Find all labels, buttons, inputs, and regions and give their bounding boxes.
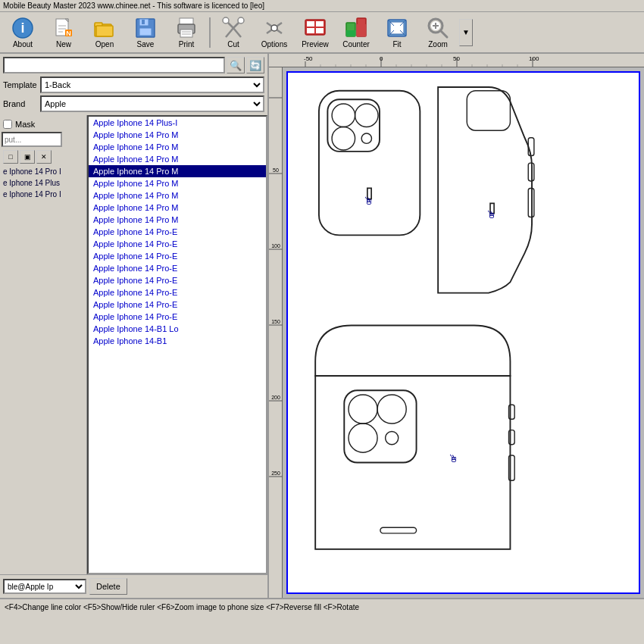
fit-label: Fit (392, 40, 401, 48)
svg-rect-81 (319, 91, 420, 236)
about-button[interactable]: i About (3, 14, 42, 51)
list-item[interactable]: Apple Iphone 14 Pro M (89, 129, 266, 141)
brand-label: Brand (3, 99, 37, 108)
cut-label: Cut (227, 40, 239, 48)
brand-dropdown[interactable]: Apple Samsung (40, 95, 264, 112)
svg-point-100 (386, 432, 399, 445)
left-bottom: ble@Apple Ip Delete (0, 574, 267, 598)
svg-point-99 (349, 424, 377, 452)
search-row: 🔍 🔄 (0, 54, 267, 77)
svg-text:🖱: 🖱 (486, 209, 496, 220)
template-dropdown[interactable]: 1-Back 2-Front 3-Side (40, 77, 264, 93)
status-bar: <F4>Change line color <F5>Show/Hide rule… (0, 598, 644, 614)
svg-text:0: 0 (380, 55, 383, 62)
list-item[interactable]: Apple Iphone 14 Pro-E (89, 238, 266, 250)
svg-text:50: 50 (273, 167, 279, 173)
toolbar-dropdown-btn[interactable]: ▼ (459, 19, 473, 46)
mask-checkbox[interactable] (3, 120, 12, 129)
list-item[interactable]: Apple Iphone 14 Pro-E (89, 226, 266, 238)
svg-text:50: 50 (453, 55, 460, 62)
main-layout: 🔍 🔄 Template 1-Back 2-Front 3-Side Brand… (0, 54, 644, 598)
svg-text:N: N (66, 30, 71, 37)
bottom-dropdown[interactable]: ble@Apple Ip (3, 579, 86, 594)
svg-rect-14 (139, 28, 152, 36)
phone-drawings:  🖱  (288, 73, 639, 592)
zoom-label: Zoom (428, 40, 448, 48)
new-icon: N (52, 16, 76, 40)
canvas-paper:  🖱  (286, 71, 640, 594)
about-icon: i (11, 16, 35, 40)
ruler-left: 0 50 100 150 200 250 (269, 67, 283, 598)
list-item[interactable]: Apple Iphone 14 Pro M (89, 214, 266, 226)
canvas-area: -50 0 50 100 (269, 54, 644, 598)
list-item[interactable]: Apple Iphone 14 Pro M (89, 141, 266, 153)
counter-label: Counter (342, 40, 370, 48)
list-item[interactable]: Apple Iphone 14 Pro-E (89, 250, 266, 262)
small-btn-2[interactable]: ▣ (20, 150, 35, 164)
preview-label: Preview (302, 40, 329, 48)
cut-button[interactable]: Cut (214, 14, 253, 51)
list-item[interactable]: Apple Iphone 14 Pro-E (89, 274, 266, 286)
list-item[interactable]: Apple Iphone 14-B1 (89, 335, 266, 347)
list-item[interactable]: Apple Iphone 14 Plus-I (89, 117, 266, 129)
small-btn-1[interactable]: □ (3, 150, 18, 164)
options-icon (262, 16, 286, 40)
save-button[interactable]: Save (126, 14, 165, 51)
mask-input[interactable] (2, 132, 62, 147)
mask-row: Mask (2, 118, 85, 130)
side-info-panel: Mask □ ▣ ✕ e Iphone 14 Pro I e Iphone 14… (0, 115, 87, 574)
list-item[interactable]: Apple Iphone 14 Pro-E (89, 262, 266, 274)
list-item-selected[interactable]: Apple Iphone 14 Pro M (89, 165, 266, 177)
delete-button[interactable]: Delete (89, 578, 127, 595)
svg-point-97 (349, 395, 377, 424)
item-list[interactable]: Apple Iphone 14 Plus-I Apple Iphone 14 P… (87, 115, 267, 574)
svg-point-98 (377, 395, 406, 424)
svg-text:250: 250 (271, 470, 280, 476)
toolbar: i About N New Open (0, 12, 644, 54)
zoom-button[interactable]: Zoom (418, 14, 458, 51)
svg-text:100: 100 (271, 243, 280, 249)
list-item[interactable]: Apple Iphone 14 Pro-E (89, 311, 266, 323)
fit-icon (385, 16, 409, 40)
print-label: Print (179, 40, 195, 48)
list-item[interactable]: Apple Iphone 14 Pro-E (89, 286, 266, 299)
list-item[interactable]: Apple Iphone 14 Pro-E (89, 299, 266, 311)
side-item-2[interactable]: e Iphone 14 Plus (2, 178, 85, 188)
preview-icon (303, 16, 327, 40)
side-item-3[interactable]: e Iphone 14 Pro I (2, 189, 85, 199)
svg-point-86 (361, 133, 371, 143)
svg-rect-18 (180, 30, 192, 37)
svg-text:🖱: 🖱 (449, 454, 458, 465)
cut-icon (221, 16, 245, 40)
canvas-content:  🖱  (283, 67, 644, 598)
open-button[interactable]: Open (85, 14, 124, 51)
left-panel: 🔍 🔄 Template 1-Back 2-Front 3-Side Brand… (0, 54, 269, 598)
about-label: About (13, 40, 33, 48)
list-item[interactable]: Apple Iphone 14 Pro M (89, 189, 266, 202)
small-btn-row: □ ▣ ✕ (2, 148, 85, 165)
refresh-button[interactable]: 🔄 (246, 57, 264, 73)
new-button[interactable]: N New (44, 14, 83, 51)
list-item[interactable]: Apple Iphone 14 Pro M (89, 177, 266, 189)
counter-button[interactable]: Counter (336, 14, 376, 51)
status-text: <F4>Change line color <F5>Show/Hide rule… (5, 603, 359, 611)
svg-text:200: 200 (271, 395, 280, 400)
print-button[interactable]: Print (167, 14, 206, 51)
svg-text:150: 150 (271, 319, 280, 324)
options-button[interactable]: Options (255, 14, 294, 51)
list-item[interactable]: Apple Iphone 14 Pro M (89, 202, 266, 214)
preview-button[interactable]: Preview (295, 14, 335, 51)
open-icon (92, 16, 117, 40)
template-label: Template (3, 80, 37, 89)
small-btn-3[interactable]: ✕ (36, 150, 52, 164)
side-panels: Mask □ ▣ ✕ e Iphone 14 Pro I e Iphone 14… (0, 115, 267, 574)
search-button[interactable]: 🔍 (227, 57, 245, 73)
side-item-1[interactable]: e Iphone 14 Pro I (2, 167, 85, 177)
svg-text:100: 100 (529, 55, 539, 62)
search-input[interactable] (3, 57, 225, 73)
svg-point-83 (332, 104, 355, 127)
fit-button[interactable]: Fit (377, 14, 417, 51)
list-item[interactable]: Apple Iphone 14 Pro M (89, 153, 266, 165)
list-item[interactable]: Apple Iphone 14-B1 Lo (89, 323, 266, 335)
svg-rect-15 (142, 20, 145, 24)
